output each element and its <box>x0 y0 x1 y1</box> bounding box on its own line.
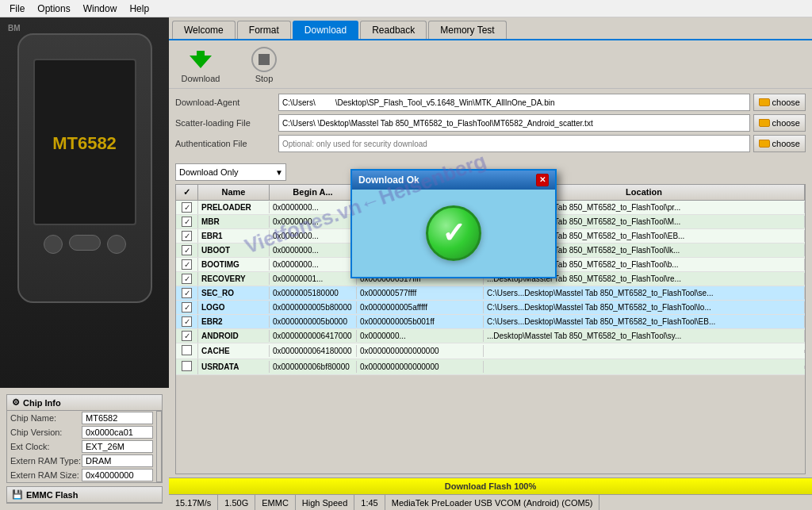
auth-choose-button[interactable]: choose <box>753 135 806 152</box>
row-checkbox[interactable]: ✓ <box>182 274 192 284</box>
row-location <box>484 366 805 369</box>
download-ok-dialog: Download Ok ✕ ✓ <box>350 169 557 278</box>
emmc-header[interactable]: 💾 EMMC Flash <box>7 487 162 503</box>
status-type: EMMC <box>255 495 296 510</box>
th-check: ✓ <box>176 185 198 200</box>
scatter-label: Scatter-loading File <box>175 118 278 128</box>
row-checkbox[interactable]: ✓ <box>182 316 192 327</box>
phone-screen: MT6582 <box>33 59 136 225</box>
row-name: MBR <box>198 216 270 228</box>
row-checkbox[interactable] <box>182 345 192 355</box>
table-row: ✓LOGO0x0000000005b800000x0000000005affff… <box>176 301 805 315</box>
row-end: 0x0000000005afffff <box>357 301 484 313</box>
row-checkbox[interactable]: ✓ <box>182 302 192 313</box>
scatter-choose-button[interactable]: choose <box>753 114 806 132</box>
row-name: RECOVERY <box>198 273 270 285</box>
emmc-icon: 💾 <box>12 489 23 500</box>
ram-type-value: DRAM <box>82 454 153 467</box>
row-begin: 0x0000000005b80000 <box>270 301 357 313</box>
row-end: 0x0000000000000000 <box>357 345 484 357</box>
row-location: ...Desktop\Masstel Tab 850_MT6582_to_Fla… <box>484 330 805 342</box>
row-end: 0x0000000000000000 <box>357 361 484 373</box>
progress-bar: Download Flash 100% <box>169 478 812 494</box>
menu-file[interactable]: File <box>3 2 31 16</box>
row-checkbox[interactable]: ✓ <box>182 245 192 255</box>
folder-icon-da <box>759 98 770 106</box>
folder-icon-scatter <box>759 119 770 127</box>
download-agent-input[interactable] <box>278 94 750 111</box>
status-speed: 15.17M/s <box>169 495 218 510</box>
row-begin: 0x00000001... <box>270 273 357 285</box>
phone-body: MT6582 <box>17 33 152 303</box>
table-row: USRDATA0x000000006bf800000x0000000000000… <box>176 359 805 375</box>
phone-button-left <box>44 235 63 254</box>
dialog-title: Download Ok <box>358 174 419 186</box>
phone-button-right <box>107 235 126 254</box>
row-checkbox[interactable] <box>182 361 192 371</box>
menu-window[interactable]: Window <box>77 2 124 16</box>
row-begin: 0x000000006bf80000 <box>270 361 357 373</box>
row-begin: 0x0000000... <box>270 230 357 242</box>
row-name: SEC_RO <box>198 287 270 299</box>
phone-button-home <box>69 235 101 251</box>
menu-options[interactable]: Options <box>31 2 76 16</box>
row-begin: 0x0000000064180000 <box>270 345 357 357</box>
dialog-close-button[interactable]: ✕ <box>536 174 549 186</box>
download-mode-select[interactable]: Download OnlyFirmware UpgradeFormat All … <box>175 163 286 181</box>
table-row: ✓SEC_RO0x00000051800000x000000577ffffC:\… <box>176 286 805 301</box>
row-checkbox[interactable]: ✓ <box>182 259 192 270</box>
download-button[interactable]: Download <box>177 45 224 83</box>
stop-button[interactable]: Stop <box>240 45 288 83</box>
row-begin: 0x0000000... <box>270 201 357 213</box>
table-row: CACHE0x00000000641800000x000000000000000… <box>176 343 805 359</box>
brand-label: BM <box>8 24 21 33</box>
row-location: C:\Users...Desktop\Masstel Tab 850_MT658… <box>484 287 805 299</box>
row-begin: 0x0000005180000 <box>270 287 357 299</box>
ram-size-value: 0x40000000 <box>82 469 153 481</box>
auth-input[interactable] <box>278 135 750 152</box>
chip-scrollbar[interactable] <box>156 411 162 482</box>
row-location: C:\Users...Desktop\Masstel Tab 850_MT658… <box>484 301 805 313</box>
dialog-titlebar: Download Ok ✕ <box>352 171 555 190</box>
row-checkbox[interactable]: ✓ <box>182 202 192 213</box>
row-name: CACHE <box>198 345 270 357</box>
auth-label: Authentication File <box>175 139 278 148</box>
chip-version-label: Chip Version: <box>10 428 82 437</box>
tab-memory-test[interactable]: Memory Test <box>428 21 506 39</box>
row-end: 0x0000000005b001ff <box>357 316 484 328</box>
row-name: EBR2 <box>198 316 270 328</box>
row-location: C:\Users...Desktop\Masstel Tab 850_MT658… <box>484 316 805 328</box>
menu-help[interactable]: Help <box>123 2 155 16</box>
tab-readback[interactable]: Readback <box>360 21 427 39</box>
tab-format[interactable]: Format <box>237 21 291 39</box>
row-begin: 0x0000000... <box>270 244 357 256</box>
phone-model-text: MT6582 <box>52 133 117 154</box>
scatter-dropdown[interactable]: C:\Users\ \Desktop\Masstel Tab 850_MT658… <box>278 114 750 132</box>
ext-clock-label: Ext Clock: <box>10 442 82 451</box>
table-row: ✓EBR20x0000000005b00000x0000000005b001ff… <box>176 315 805 329</box>
tab-welcome[interactable]: Welcome <box>172 21 236 39</box>
row-checkbox[interactable]: ✓ <box>182 288 192 298</box>
toolbar: Download Stop <box>169 40 812 89</box>
th-begin: Begin A... <box>270 185 357 200</box>
chip-info-panel: ⚙ Chip Info Chip Name: MT6582 Chip Versi… <box>6 394 163 483</box>
row-checkbox[interactable]: ✓ <box>182 217 192 227</box>
tab-download[interactable]: Download <box>293 21 358 39</box>
menubar: File Options Window Help <box>0 0 812 17</box>
row-name: LOGO <box>198 301 270 313</box>
row-name: ANDROID <box>198 330 270 342</box>
status-mode: High Speed <box>296 495 355 510</box>
row-begin: 0x0000000005b0000 <box>270 316 357 328</box>
row-checkbox[interactable]: ✓ <box>182 331 192 341</box>
chip-info-header[interactable]: ⚙ Chip Info <box>7 395 162 411</box>
status-time: 1:45 <box>354 495 385 510</box>
row-name: BOOTIMG <box>198 259 270 270</box>
th-name: Name <box>198 185 270 200</box>
download-agent-choose-button[interactable]: choose <box>753 94 806 111</box>
row-name: UBOOT <box>198 244 270 256</box>
ext-clock-value: EXT_26M <box>82 440 153 453</box>
status-size: 1.50G <box>218 495 255 510</box>
chip-name-value: MT6582 <box>82 412 153 424</box>
row-begin: 0x0000000... <box>270 259 357 270</box>
row-checkbox[interactable]: ✓ <box>182 231 192 241</box>
